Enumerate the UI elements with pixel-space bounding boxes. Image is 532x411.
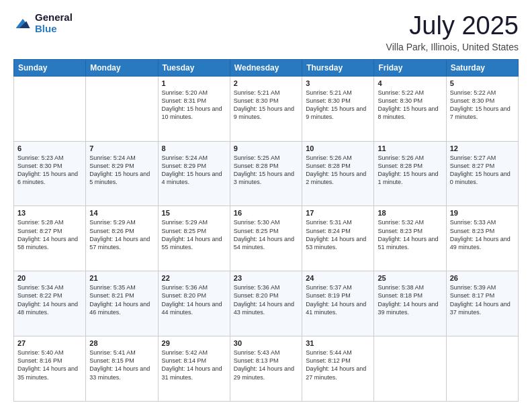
calendar-cell: 18Sunrise: 5:32 AMSunset: 8:23 PMDayligh… bbox=[374, 206, 446, 271]
cell-info: Sunrise: 5:25 AMSunset: 8:28 PMDaylight:… bbox=[234, 154, 298, 187]
day-number: 8 bbox=[162, 144, 226, 152]
day-number: 14 bbox=[89, 209, 154, 217]
title-location: Villa Park, Illinois, United States bbox=[386, 42, 519, 52]
cell-info: Sunrise: 5:24 AMSunset: 8:29 PMDaylight:… bbox=[162, 154, 226, 187]
logo: General Blue bbox=[13, 12, 73, 34]
cell-info: Sunrise: 5:32 AMSunset: 8:23 PMDaylight:… bbox=[378, 218, 442, 251]
calendar-cell: 27Sunrise: 5:40 AMSunset: 8:16 PMDayligh… bbox=[14, 336, 86, 402]
col-monday: Monday bbox=[86, 59, 158, 76]
col-thursday: Thursday bbox=[302, 59, 374, 76]
calendar-cell: 1Sunrise: 5:20 AMSunset: 8:31 PMDaylight… bbox=[158, 76, 230, 141]
calendar-cell: 17Sunrise: 5:31 AMSunset: 8:24 PMDayligh… bbox=[302, 206, 374, 271]
cell-info: Sunrise: 5:31 AMSunset: 8:24 PMDaylight:… bbox=[306, 218, 370, 251]
calendar-cell: 5Sunrise: 5:22 AMSunset: 8:30 PMDaylight… bbox=[446, 76, 518, 141]
calendar-cell bbox=[446, 336, 518, 402]
calendar-cell: 30Sunrise: 5:43 AMSunset: 8:13 PMDayligh… bbox=[230, 336, 302, 402]
calendar-cell: 16Sunrise: 5:30 AMSunset: 8:25 PMDayligh… bbox=[230, 206, 302, 271]
calendar-cell: 31Sunrise: 5:44 AMSunset: 8:12 PMDayligh… bbox=[302, 336, 374, 402]
col-saturday: Saturday bbox=[446, 59, 518, 76]
cell-info: Sunrise: 5:22 AMSunset: 8:30 PMDaylight:… bbox=[450, 89, 515, 122]
calendar-header-row: Sunday Monday Tuesday Wednesday Thursday… bbox=[14, 59, 519, 76]
calendar-cell: 24Sunrise: 5:37 AMSunset: 8:19 PMDayligh… bbox=[302, 271, 374, 336]
calendar-cell: 22Sunrise: 5:36 AMSunset: 8:20 PMDayligh… bbox=[158, 271, 230, 336]
day-number: 10 bbox=[306, 144, 370, 152]
cell-info: Sunrise: 5:24 AMSunset: 8:29 PMDaylight:… bbox=[89, 154, 154, 187]
calendar-cell bbox=[14, 76, 86, 141]
cell-info: Sunrise: 5:41 AMSunset: 8:15 PMDaylight:… bbox=[89, 349, 154, 381]
day-number: 15 bbox=[162, 209, 226, 217]
cell-info: Sunrise: 5:42 AMSunset: 8:14 PMDaylight:… bbox=[162, 349, 226, 381]
day-number: 25 bbox=[378, 274, 442, 282]
cell-info: Sunrise: 5:43 AMSunset: 8:13 PMDaylight:… bbox=[234, 349, 298, 381]
cell-info: Sunrise: 5:40 AMSunset: 8:16 PMDaylight:… bbox=[17, 349, 82, 381]
title-month: July 2025 bbox=[386, 12, 519, 40]
logo-icon bbox=[13, 14, 32, 33]
calendar-cell bbox=[86, 76, 158, 141]
day-number: 19 bbox=[450, 209, 515, 217]
calendar-cell: 12Sunrise: 5:27 AMSunset: 8:27 PMDayligh… bbox=[446, 141, 518, 206]
calendar-cell: 6Sunrise: 5:23 AMSunset: 8:30 PMDaylight… bbox=[14, 141, 86, 206]
cell-info: Sunrise: 5:30 AMSunset: 8:25 PMDaylight:… bbox=[234, 218, 298, 251]
day-number: 30 bbox=[234, 339, 298, 347]
calendar-week-2: 6Sunrise: 5:23 AMSunset: 8:30 PMDaylight… bbox=[14, 141, 519, 206]
day-number: 12 bbox=[450, 144, 515, 152]
day-number: 27 bbox=[17, 339, 82, 347]
calendar-cell: 29Sunrise: 5:42 AMSunset: 8:14 PMDayligh… bbox=[158, 336, 230, 402]
cell-info: Sunrise: 5:38 AMSunset: 8:18 PMDaylight:… bbox=[378, 283, 442, 316]
col-sunday: Sunday bbox=[14, 59, 86, 76]
day-number: 18 bbox=[378, 209, 442, 217]
day-number: 16 bbox=[234, 209, 298, 217]
cell-info: Sunrise: 5:28 AMSunset: 8:27 PMDaylight:… bbox=[17, 218, 82, 251]
cell-info: Sunrise: 5:44 AMSunset: 8:12 PMDaylight:… bbox=[306, 349, 370, 381]
logo-general-text: General bbox=[35, 12, 73, 24]
calendar-cell: 4Sunrise: 5:22 AMSunset: 8:30 PMDaylight… bbox=[374, 76, 446, 141]
cell-info: Sunrise: 5:26 AMSunset: 8:28 PMDaylight:… bbox=[306, 154, 370, 187]
day-number: 17 bbox=[306, 209, 370, 217]
day-number: 9 bbox=[234, 144, 298, 152]
cell-info: Sunrise: 5:27 AMSunset: 8:27 PMDaylight:… bbox=[450, 154, 515, 187]
day-number: 3 bbox=[306, 79, 370, 87]
cell-info: Sunrise: 5:29 AMSunset: 8:25 PMDaylight:… bbox=[162, 218, 226, 251]
calendar-cell: 26Sunrise: 5:39 AMSunset: 8:17 PMDayligh… bbox=[446, 271, 518, 336]
col-friday: Friday bbox=[374, 59, 446, 76]
calendar-cell: 20Sunrise: 5:34 AMSunset: 8:22 PMDayligh… bbox=[14, 271, 86, 336]
cell-info: Sunrise: 5:34 AMSunset: 8:22 PMDaylight:… bbox=[17, 283, 82, 316]
col-tuesday: Tuesday bbox=[158, 59, 230, 76]
header: General Blue July 2025 Villa Park, Illin… bbox=[13, 12, 519, 52]
day-number: 6 bbox=[17, 144, 82, 152]
calendar-cell: 25Sunrise: 5:38 AMSunset: 8:18 PMDayligh… bbox=[374, 271, 446, 336]
calendar-week-3: 13Sunrise: 5:28 AMSunset: 8:27 PMDayligh… bbox=[14, 206, 519, 271]
calendar-week-5: 27Sunrise: 5:40 AMSunset: 8:16 PMDayligh… bbox=[14, 336, 519, 402]
title-block: July 2025 Villa Park, Illinois, United S… bbox=[386, 12, 519, 52]
calendar-cell: 21Sunrise: 5:35 AMSunset: 8:21 PMDayligh… bbox=[86, 271, 158, 336]
day-number: 2 bbox=[234, 79, 298, 87]
day-number: 24 bbox=[306, 274, 370, 282]
cell-info: Sunrise: 5:21 AMSunset: 8:30 PMDaylight:… bbox=[306, 89, 370, 122]
cell-info: Sunrise: 5:20 AMSunset: 8:31 PMDaylight:… bbox=[162, 89, 226, 122]
day-number: 21 bbox=[89, 274, 154, 282]
cell-info: Sunrise: 5:23 AMSunset: 8:30 PMDaylight:… bbox=[17, 154, 82, 187]
day-number: 22 bbox=[162, 274, 226, 282]
calendar-cell: 14Sunrise: 5:29 AMSunset: 8:26 PMDayligh… bbox=[86, 206, 158, 271]
day-number: 13 bbox=[17, 209, 82, 217]
day-number: 26 bbox=[450, 274, 515, 282]
calendar-cell: 28Sunrise: 5:41 AMSunset: 8:15 PMDayligh… bbox=[86, 336, 158, 402]
day-number: 1 bbox=[162, 79, 226, 87]
calendar-cell: 2Sunrise: 5:21 AMSunset: 8:30 PMDaylight… bbox=[230, 76, 302, 141]
calendar-table: Sunday Monday Tuesday Wednesday Thursday… bbox=[13, 59, 519, 402]
cell-info: Sunrise: 5:33 AMSunset: 8:23 PMDaylight:… bbox=[450, 218, 515, 251]
logo-blue-text: Blue bbox=[35, 24, 73, 35]
cell-info: Sunrise: 5:29 AMSunset: 8:26 PMDaylight:… bbox=[89, 218, 154, 251]
cell-info: Sunrise: 5:37 AMSunset: 8:19 PMDaylight:… bbox=[306, 283, 370, 316]
calendar-cell: 11Sunrise: 5:26 AMSunset: 8:28 PMDayligh… bbox=[374, 141, 446, 206]
day-number: 31 bbox=[306, 339, 370, 347]
calendar-cell: 10Sunrise: 5:26 AMSunset: 8:28 PMDayligh… bbox=[302, 141, 374, 206]
day-number: 29 bbox=[162, 339, 226, 347]
col-wednesday: Wednesday bbox=[230, 59, 302, 76]
calendar-week-1: 1Sunrise: 5:20 AMSunset: 8:31 PMDaylight… bbox=[14, 76, 519, 141]
cell-info: Sunrise: 5:21 AMSunset: 8:30 PMDaylight:… bbox=[234, 89, 298, 122]
cell-info: Sunrise: 5:36 AMSunset: 8:20 PMDaylight:… bbox=[162, 283, 226, 316]
cell-info: Sunrise: 5:36 AMSunset: 8:20 PMDaylight:… bbox=[234, 283, 298, 316]
calendar-cell: 8Sunrise: 5:24 AMSunset: 8:29 PMDaylight… bbox=[158, 141, 230, 206]
calendar-cell: 23Sunrise: 5:36 AMSunset: 8:20 PMDayligh… bbox=[230, 271, 302, 336]
